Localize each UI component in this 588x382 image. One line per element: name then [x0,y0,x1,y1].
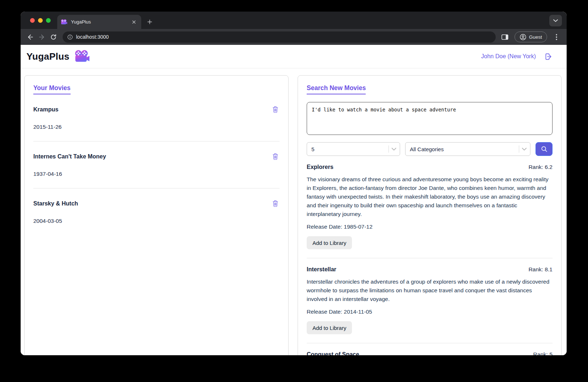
main-content: Your Movies Krampus [21,68,567,355]
logout-icon[interactable] [544,52,552,61]
search-query-input[interactable]: I'd like to watch a movie about a space … [307,102,553,135]
search-controls: 5 All Categories [307,142,553,156]
side-panel-icon[interactable] [499,31,511,43]
movie-release-date: 2004-03-05 [33,218,279,224]
user-account-link[interactable]: John Doe (New York) [481,53,536,60]
search-button[interactable] [536,142,553,156]
result-rank: Rank: 6.2 [529,164,553,170]
magnifier-icon [541,145,548,153]
search-panel: Search New Movies I'd like to watch a mo… [298,75,562,355]
chevron-down-icon [391,148,396,151]
search-heading: Search New Movies [307,84,553,94]
guest-avatar-icon [520,34,526,41]
page: YugaPlus John Doe (New York) [21,45,567,355]
result-rank: Rank: 8.1 [529,266,553,273]
movie-title: Internes Can't Take Money [33,153,106,160]
guest-label: Guest [529,34,542,40]
delete-movie-trash-icon[interactable] [272,153,279,160]
desktop: YugaPlus [0,0,588,382]
result-title: Interstellar [307,266,336,273]
movie-release-date: 1937-04-16 [33,171,279,177]
category-select[interactable]: All Categories [405,142,530,156]
browser-tab[interactable]: YugaPlus [57,15,141,29]
library-movie-row: Krampus 2015-11-26 [33,94,280,141]
window-controls [30,18,51,23]
app-logo-text: YugaPlus [26,51,70,62]
library-movie-row: Internes Can't Take Money 1937-04-16 [33,141,280,188]
results-limit-select[interactable]: 5 [307,142,400,156]
address-bar[interactable]: localhost:3000 [63,31,496,43]
result-release-date: Release Date: 2014-11-05 [307,309,553,315]
tab-strip: YugaPlus [21,12,567,29]
toolbar-right: Guest [499,31,562,43]
results-limit-value: 5 [311,146,388,152]
category-value: All Categories [410,146,519,152]
movie-release-date: 2015-11-26 [33,124,279,130]
delete-movie-trash-icon[interactable] [272,200,279,207]
url-text: localhost:3000 [76,34,109,40]
your-movies-heading: Your Movies [33,84,280,94]
select-divider [388,145,389,153]
result-release-date: Release Date: 1985-07-12 [307,224,553,230]
movie-camera-favicon [61,19,67,25]
close-window-button[interactable] [30,18,35,23]
result-title: Explorers [307,164,333,170]
tab-title: YugaPlus [71,19,130,25]
delete-movie-trash-icon[interactable] [272,106,279,113]
select-divider [519,145,519,153]
reload-icon[interactable] [47,31,59,43]
zoom-window-button[interactable] [46,18,51,23]
browser-toolbar: localhost:3000 Guest [21,29,567,45]
add-to-library-button[interactable]: Add to Library [307,321,352,334]
search-result: Interstellar Rank: 8.1 Interstellar chro… [307,258,553,343]
result-description: The visionary dreams of three curious an… [307,175,553,218]
result-description: Interstellar chronicles the adventures o… [307,277,553,304]
browser-menu-icon[interactable] [551,31,562,43]
forward-icon[interactable] [36,31,47,43]
new-tab-button[interactable] [144,15,155,29]
back-icon[interactable] [24,31,36,43]
search-result: Explorers Rank: 6.2 The visionary dreams… [307,156,553,258]
result-title: Conquest of Space [307,351,359,355]
app-header: YugaPlus John Doe (New York) [21,45,567,68]
your-movies-panel: Your Movies Krampus [24,75,289,355]
browser-window: YugaPlus [21,12,567,355]
tab-search-chevron-button[interactable] [549,15,562,26]
chevron-down-icon [522,148,527,151]
minimize-window-button[interactable] [38,18,43,23]
movie-title: Krampus [33,106,58,113]
result-rank: Rank: 5 [533,351,553,355]
add-to-library-button[interactable]: Add to Library [307,236,352,249]
profile-button[interactable]: Guest [514,31,547,42]
search-result: Conquest of Space Rank: 5 [307,343,553,355]
movie-camera-logo-icon [75,50,90,63]
library-movie-row: Starsky & Hutch 2004-03-05 [33,188,280,235]
movie-title: Starsky & Hutch [33,200,78,207]
tab-close-icon[interactable] [130,18,138,26]
site-info-icon[interactable] [67,34,73,40]
